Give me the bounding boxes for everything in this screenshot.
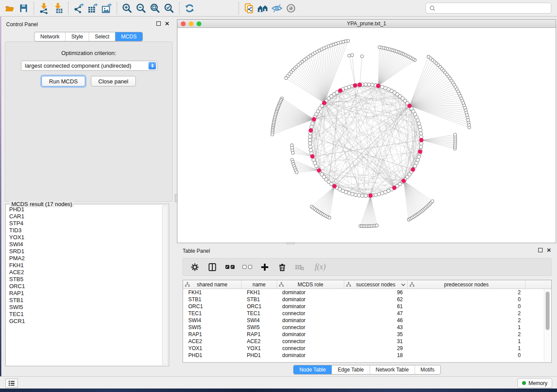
function-builder-button[interactable]: f(x)	[311, 261, 329, 273]
ring-node[interactable]	[418, 125, 422, 128]
table-row[interactable]: YOX1YOX1connector291	[183, 345, 551, 352]
mcds-hub-node[interactable]	[411, 168, 415, 172]
ring-node[interactable]	[381, 85, 384, 89]
cell-successor_nodes[interactable]: 18	[344, 352, 408, 358]
ring-node[interactable]	[308, 138, 312, 142]
cell-mcds_role[interactable]: connector	[277, 310, 344, 316]
satellite-node[interactable]	[427, 55, 430, 58]
cell-name[interactable]: FKH1	[242, 289, 277, 296]
mcds-result-item[interactable]: ACE2	[7, 269, 162, 276]
cell-successor_nodes[interactable]: 31	[344, 338, 408, 344]
table-row[interactable]: STB1STB1dominator620	[183, 296, 551, 303]
mcds-hub-node[interactable]	[408, 104, 412, 108]
ring-node[interactable]	[370, 83, 374, 86]
mcds-result-list[interactable]: PHD1CAR1STP4TID3YOX1SWI4SRD1PMA2FKH1ACE2…	[7, 206, 162, 365]
cell-mcds_role[interactable]: connector	[277, 345, 344, 351]
mcds-hub-node[interactable]	[339, 89, 343, 93]
satellite-node[interactable]	[348, 54, 351, 57]
mcds-result-item[interactable]: CAR1	[7, 213, 162, 220]
mcds-result-item[interactable]: PMA2	[7, 255, 162, 262]
tab-motifs[interactable]: Motifs	[415, 365, 440, 374]
satellite-node[interactable]	[351, 54, 354, 57]
table-row[interactable]: SWI4SWI4dominator462	[183, 317, 551, 324]
table-scrollbar[interactable]	[544, 289, 551, 362]
table-row[interactable]: TEC1TEC1connector472	[183, 310, 551, 317]
ring-node[interactable]	[309, 148, 313, 152]
network-canvas[interactable]	[177, 28, 556, 243]
satellite-node[interactable]	[378, 46, 381, 49]
cell-name[interactable]: SWI5	[242, 324, 277, 330]
cell-shared_name[interactable]: RAP1	[183, 331, 242, 337]
mcds-hub-node[interactable]	[376, 84, 380, 88]
satellite-node[interactable]	[375, 224, 378, 227]
cell-name[interactable]: TEC1	[242, 310, 277, 316]
close-panel-button[interactable]: Close panel	[91, 76, 136, 86]
table-row[interactable]: SWI5SWI5connector431	[183, 324, 551, 331]
cell-successor_nodes[interactable]: 62	[344, 296, 408, 303]
column-header-predecessor_nodes[interactable]: predecessor nodes	[408, 280, 526, 289]
column-header-name[interactable]: name	[242, 280, 277, 289]
cell-name[interactable]: ORC1	[242, 303, 277, 309]
tab-node-table[interactable]: Node Table	[294, 365, 332, 374]
column-header-successor_nodes[interactable]: successor nodes	[344, 280, 408, 289]
ring-node[interactable]	[308, 145, 312, 148]
mcds-hub-node[interactable]	[322, 101, 326, 105]
cell-shared_name[interactable]: STB1	[183, 296, 242, 303]
eye-slash-button[interactable]	[270, 1, 284, 15]
add-column-button[interactable]	[259, 261, 270, 273]
search-input[interactable]	[437, 4, 551, 13]
cell-predecessor_nodes[interactable]: 0	[408, 303, 526, 309]
satellite-node[interactable]	[295, 171, 298, 174]
memory-button[interactable]: Memory	[517, 378, 552, 388]
delete-table-button[interactable]	[294, 261, 305, 273]
cell-shared_name[interactable]: SWI5	[183, 324, 242, 330]
tab-style[interactable]: Style	[65, 32, 89, 41]
float-panel-icon[interactable]	[156, 21, 161, 26]
tab-select[interactable]: Select	[89, 32, 115, 41]
satellite-node[interactable]	[431, 200, 434, 203]
cell-shared_name[interactable]: FKH1	[183, 289, 242, 296]
satellite-node[interactable]	[271, 133, 274, 136]
cell-name[interactable]: YOX1	[242, 345, 277, 351]
vertical-split-handle[interactable]	[175, 194, 178, 202]
cell-successor_nodes[interactable]: 43	[344, 324, 408, 330]
cell-mcds_role[interactable]: dominator	[277, 352, 344, 358]
cell-successor_nodes[interactable]: 46	[344, 317, 408, 323]
close-table-panel-icon[interactable]: ⨯	[547, 248, 551, 252]
mcds-result-item[interactable]: GCR1	[7, 318, 162, 325]
cell-predecessor_nodes[interactable]: 1	[408, 345, 526, 351]
cell-predecessor_nodes[interactable]: 2	[408, 317, 526, 323]
ring-node[interactable]	[308, 135, 312, 138]
search-box[interactable]	[426, 3, 551, 14]
ring-node[interactable]	[310, 125, 313, 128]
save-session-button[interactable]	[17, 1, 31, 15]
mcds-hub-node[interactable]	[419, 138, 423, 142]
ring-node[interactable]	[347, 192, 351, 195]
satellite-node[interactable]	[291, 151, 294, 155]
mcds-result-item[interactable]: SWI5	[7, 304, 162, 311]
cell-name[interactable]: PHD1	[242, 352, 277, 358]
table-row[interactable]: FKH1FKH1dominator962	[183, 289, 551, 296]
mcds-result-item[interactable]: SWI4	[7, 241, 162, 248]
cell-name[interactable]: SWI4	[242, 317, 277, 323]
ring-node[interactable]	[364, 83, 367, 86]
tab-network-table[interactable]: Network Table	[370, 365, 415, 374]
delete-column-button[interactable]	[277, 261, 288, 273]
select-all-button[interactable]: ✓ ✓	[224, 261, 235, 273]
cell-mcds_role[interactable]: connector	[277, 338, 344, 344]
ring-node[interactable]	[354, 193, 357, 196]
table-row[interactable]: PHD1PHD1dominator180	[183, 352, 551, 359]
refresh-layout-button[interactable]	[183, 1, 197, 15]
ring-node[interactable]	[357, 194, 361, 197]
cell-name[interactable]: ACE2	[242, 338, 277, 344]
ring-node[interactable]	[360, 194, 364, 197]
eye-button[interactable]	[284, 1, 298, 15]
cell-shared_name[interactable]: SWI4	[183, 317, 242, 323]
export-network-button[interactable]	[72, 1, 86, 15]
mcds-result-item[interactable]: PHD1	[7, 206, 162, 213]
cell-shared_name[interactable]: ORC1	[183, 303, 242, 309]
cell-predecessor_nodes[interactable]: 0	[408, 296, 526, 303]
zoom-fit-button[interactable]	[148, 1, 162, 15]
houses-button[interactable]	[256, 1, 270, 15]
cell-successor_nodes[interactable]: 29	[344, 345, 408, 351]
